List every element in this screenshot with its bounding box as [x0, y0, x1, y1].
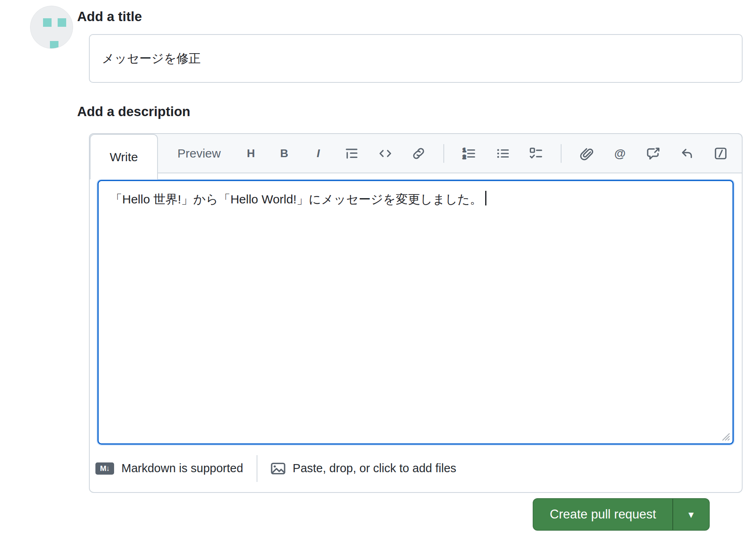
identicon-square	[50, 41, 58, 49]
tab-write[interactable]: Write	[90, 134, 158, 179]
formatting-toolbar: H B I	[242, 144, 730, 163]
description-text: 「Hello 世界!」から「Hello World!」にメッセージを変更しました…	[110, 192, 482, 206]
markdown-supported-link[interactable]: Markdown is supported	[121, 462, 243, 475]
cross-reference-button[interactable]	[644, 145, 662, 162]
svg-text:I: I	[317, 147, 320, 160]
slash-commands-icon	[714, 147, 728, 160]
svg-text:H: H	[247, 147, 255, 160]
svg-text:1: 1	[463, 147, 466, 153]
unordered-list-button[interactable]	[494, 145, 512, 162]
resize-grip-icon[interactable]	[720, 431, 730, 441]
task-list-button[interactable]	[527, 145, 545, 162]
markdown-icon: M↓	[95, 462, 114, 475]
create-pull-request-dropdown[interactable]: ▾	[672, 499, 709, 530]
link-button[interactable]	[410, 145, 428, 162]
task-list-icon	[529, 147, 543, 160]
tab-preview-label: Preview	[177, 147, 221, 160]
toolbar-divider	[443, 144, 444, 163]
mention-icon: @	[613, 147, 627, 160]
ordered-list-button[interactable]: 1 2	[460, 145, 478, 162]
toolbar-divider	[561, 144, 562, 163]
text-cursor	[485, 191, 486, 205]
slash-commands-button[interactable]	[712, 145, 730, 162]
description-textarea[interactable]: 「Hello 世界!」から「Hello World!」にメッセージを変更しました…	[97, 180, 734, 445]
quote-button[interactable]	[343, 145, 361, 162]
quote-icon	[345, 147, 359, 160]
create-pull-request-split-button: Create pull request ▾	[533, 498, 710, 531]
attach-file-button[interactable]	[577, 145, 595, 162]
identicon-square	[58, 18, 66, 27]
image-icon	[271, 462, 285, 475]
tab-preview[interactable]: Preview	[177, 147, 221, 160]
title-input[interactable]	[89, 34, 743, 83]
heading-icon: H	[244, 147, 258, 160]
svg-text:B: B	[280, 147, 288, 160]
create-pull-request-button[interactable]: Create pull request	[534, 499, 672, 530]
ordered-list-icon: 1 2	[462, 147, 476, 160]
chevron-down-icon: ▾	[688, 508, 693, 521]
attach-files-button[interactable]: Paste, drop, or click to add files	[271, 462, 456, 475]
bold-icon: B	[277, 147, 291, 160]
paperclip-icon	[579, 147, 593, 160]
link-icon	[412, 147, 426, 160]
tab-write-label: Write	[110, 150, 138, 164]
italic-button[interactable]: I	[309, 145, 327, 162]
reply-icon	[680, 147, 694, 160]
description-heading: Add a description	[77, 104, 190, 119]
heading-button[interactable]: H	[242, 145, 260, 162]
editor-footer: M↓ Markdown is supported Paste, drop, or…	[95, 445, 734, 492]
identicon-square	[43, 18, 52, 27]
attach-files-label: Paste, drop, or click to add files	[293, 462, 456, 475]
cross-reference-icon	[646, 147, 660, 160]
bold-button[interactable]: B	[275, 145, 293, 162]
italic-icon: I	[311, 147, 325, 160]
editor-header: Write Preview H B I	[89, 133, 743, 173]
code-icon	[378, 147, 392, 160]
title-heading: Add a title	[77, 9, 142, 24]
markdown-editor: Write Preview H B I	[89, 133, 743, 493]
footer-divider	[257, 455, 257, 482]
reply-button[interactable]	[678, 145, 696, 162]
mention-button[interactable]: @	[611, 145, 629, 162]
code-button[interactable]	[376, 145, 394, 162]
unordered-list-icon	[496, 147, 510, 160]
user-avatar	[30, 6, 73, 49]
svg-text:@: @	[614, 147, 626, 160]
svg-text:2: 2	[463, 154, 466, 160]
